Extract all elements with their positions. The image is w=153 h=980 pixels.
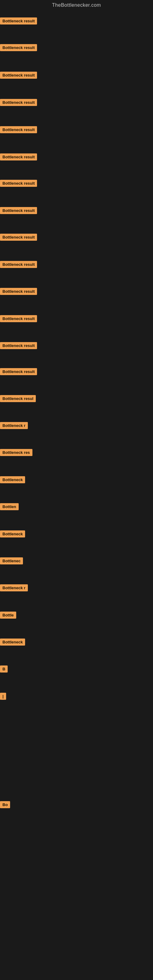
- bottleneck-item-21: Bottlenec: [0, 557, 23, 565]
- bottleneck-item-19: Bottlen: [0, 503, 19, 510]
- bottleneck-badge-12[interactable]: Bottleneck result: [0, 315, 37, 322]
- bottleneck-badge-15[interactable]: Bottleneck resul: [0, 395, 36, 402]
- bottleneck-item-4: Bottleneck result: [0, 99, 37, 106]
- bottleneck-item-12: Bottleneck result: [0, 315, 37, 322]
- bottleneck-badge-20[interactable]: Bottleneck: [0, 530, 25, 538]
- bottleneck-badge-17[interactable]: Bottleneck res: [0, 449, 32, 456]
- bottleneck-badge-27[interactable]: Bo: [0, 801, 10, 808]
- bottleneck-badge-6[interactable]: Bottleneck result: [0, 153, 37, 161]
- bottleneck-item-18: Bottleneck: [0, 476, 25, 483]
- bottleneck-badge-3[interactable]: Bottleneck result: [0, 72, 37, 79]
- bottleneck-item-24: Bottleneck: [0, 638, 25, 646]
- bottleneck-badge-26[interactable]: |: [0, 693, 6, 700]
- bottleneck-item-2: Bottleneck result: [0, 44, 37, 51]
- site-title: TheBottlenecker.com: [0, 0, 153, 9]
- bottleneck-item-1: Bottleneck result: [0, 18, 37, 24]
- bottleneck-badge-23[interactable]: Bottle: [0, 612, 16, 619]
- bottleneck-item-16: Bottleneck r: [0, 422, 28, 429]
- bottleneck-badge-24[interactable]: Bottleneck: [0, 638, 25, 646]
- bottleneck-item-3: Bottleneck result: [0, 72, 37, 79]
- bottleneck-badge-10[interactable]: Bottleneck result: [0, 261, 37, 268]
- bottleneck-item-22: Bottleneck r: [0, 584, 28, 591]
- bottleneck-badge-7[interactable]: Bottleneck result: [0, 180, 37, 187]
- bottleneck-item-14: Bottleneck result: [0, 368, 37, 375]
- bottleneck-badge-2[interactable]: Bottleneck result: [0, 44, 37, 51]
- bottleneck-badge-9[interactable]: Bottleneck result: [0, 234, 37, 241]
- bottleneck-item-9: Bottleneck result: [0, 234, 37, 241]
- bottleneck-item-20: Bottleneck: [0, 530, 25, 538]
- bottleneck-badge-8[interactable]: Bottleneck result: [0, 207, 37, 214]
- bottleneck-badge-16[interactable]: Bottleneck r: [0, 422, 28, 429]
- bottleneck-badge-11[interactable]: Bottleneck result: [0, 288, 37, 295]
- bottleneck-item-8: Bottleneck result: [0, 207, 37, 214]
- bottleneck-badge-19[interactable]: Bottlen: [0, 503, 19, 510]
- bottleneck-item-25: B: [0, 665, 8, 673]
- bottleneck-badge-1[interactable]: Bottleneck result: [0, 18, 37, 24]
- bottleneck-item-6: Bottleneck result: [0, 153, 37, 161]
- bottleneck-item-10: Bottleneck result: [0, 261, 37, 268]
- bottleneck-item-5: Bottleneck result: [0, 126, 37, 133]
- bottleneck-badge-14[interactable]: Bottleneck result: [0, 368, 37, 375]
- bottleneck-badge-5[interactable]: Bottleneck result: [0, 126, 37, 133]
- bottleneck-badge-18[interactable]: Bottleneck: [0, 476, 25, 483]
- bottleneck-item-15: Bottleneck resul: [0, 395, 36, 402]
- site-title-container: TheBottlenecker.com: [0, 0, 153, 9]
- bottleneck-badge-4[interactable]: Bottleneck result: [0, 99, 37, 106]
- bottleneck-item-11: Bottleneck result: [0, 288, 37, 295]
- bottleneck-item-26: |: [0, 693, 6, 700]
- bottleneck-badge-25[interactable]: B: [0, 665, 8, 673]
- bottleneck-item-27: Bo: [0, 801, 10, 808]
- bottleneck-badge-21[interactable]: Bottlenec: [0, 557, 23, 565]
- bottleneck-badge-22[interactable]: Bottleneck r: [0, 584, 28, 591]
- bottleneck-badge-13[interactable]: Bottleneck result: [0, 342, 37, 349]
- bottleneck-item-17: Bottleneck res: [0, 449, 32, 456]
- bottleneck-item-23: Bottle: [0, 612, 16, 619]
- bottleneck-item-13: Bottleneck result: [0, 342, 37, 349]
- bottleneck-item-7: Bottleneck result: [0, 180, 37, 187]
